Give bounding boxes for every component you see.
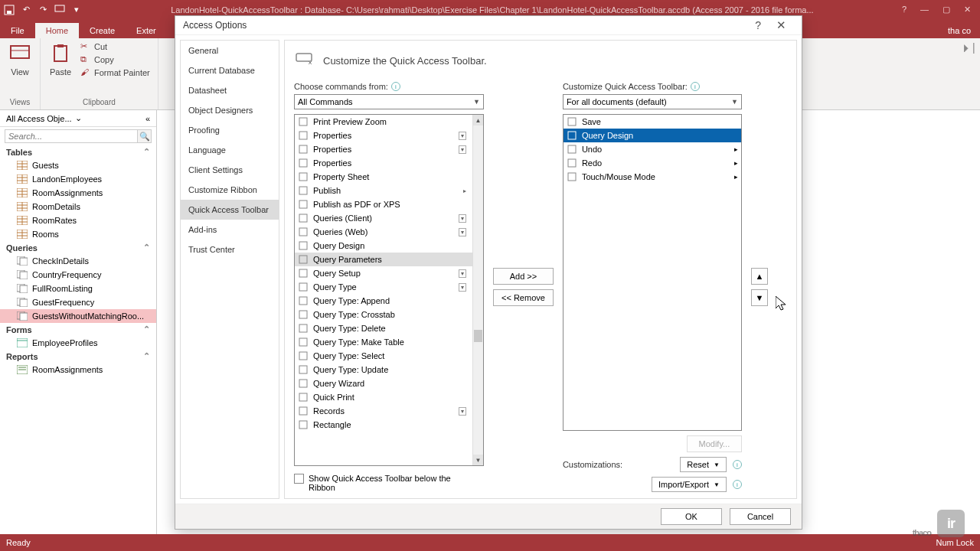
command-item[interactable]: Query Type: Crosstab [295, 308, 472, 321]
dialog-help-icon[interactable]: ? [747, 19, 769, 31]
import-export-button[interactable]: Import/Export▼ [652, 477, 727, 492]
section-queries[interactable]: Queries⌃ [0, 241, 156, 254]
dialog-close-icon[interactable]: ✕ [769, 18, 794, 32]
tab-create[interactable]: Create [79, 23, 126, 38]
save-icon[interactable] [3, 4, 15, 16]
command-item[interactable]: Query Type: Select [295, 349, 472, 363]
help-icon[interactable]: ? [902, 5, 906, 15]
scroll-up-icon[interactable]: ▲ [473, 115, 483, 126]
search-icon[interactable]: 🔍 [137, 130, 151, 142]
category-item[interactable]: Datasheet [181, 80, 279, 100]
qat-item[interactable]: Touch/Mouse Mode▸ [564, 170, 741, 184]
category-item[interactable]: Add-ins [181, 220, 279, 240]
command-item[interactable]: Query Design [295, 239, 472, 253]
command-item[interactable]: Query Wizard [295, 377, 472, 390]
command-item[interactable]: Query Type: Append [295, 294, 472, 308]
command-item[interactable]: Query Type: Make Table [295, 335, 472, 349]
command-item[interactable]: Records▾ [295, 404, 472, 418]
close-icon[interactable]: ✕ [964, 5, 971, 15]
command-item[interactable]: Publish as PDF or XPS [295, 197, 472, 211]
tab-file[interactable]: File [0, 23, 35, 38]
choose-commands-select[interactable]: All Commands▼ [294, 94, 484, 109]
nav-item[interactable]: CheckInDetails [0, 254, 156, 268]
minimize-icon[interactable]: — [920, 5, 929, 15]
command-item[interactable]: Property Sheet [295, 170, 472, 184]
section-tables[interactable]: Tables⌃ [0, 145, 156, 158]
reset-button[interactable]: Reset▼ [680, 457, 727, 472]
scroll-down-icon[interactable]: ▼ [473, 455, 483, 465]
info-icon[interactable]: i [733, 480, 742, 489]
qat-listbox[interactable]: SaveQuery DesignUndo▸Redo▸Touch/Mouse Mo… [563, 114, 742, 431]
nav-item[interactable]: GuestFrequency [0, 295, 156, 309]
category-item[interactable]: Object Designers [181, 100, 279, 120]
copy-button[interactable]: ⧉Copy [80, 54, 150, 65]
command-item[interactable]: Query Parameters [295, 253, 472, 266]
command-item[interactable]: Print Preview Zoom [295, 115, 472, 129]
account-label[interactable]: tha co [939, 23, 980, 38]
category-item[interactable]: Language [181, 140, 279, 160]
category-item[interactable]: Trust Center [181, 240, 279, 259]
query-design-icon[interactable] [54, 4, 66, 16]
maximize-icon[interactable]: ▢ [942, 5, 950, 15]
qat-item[interactable]: Query Design [564, 129, 741, 142]
qat-dropdown-icon[interactable]: ▾ [70, 4, 83, 16]
qat-item[interactable]: Undo▸ [564, 142, 741, 156]
command-item[interactable]: Properties▾ [295, 129, 472, 142]
nav-item[interactable]: RoomDetails [0, 200, 156, 214]
remove-button[interactable]: << Remove [493, 289, 554, 306]
modify-button[interactable]: Modify... [687, 435, 742, 452]
section-forms[interactable]: Forms⌃ [0, 323, 156, 336]
category-item[interactable]: Client Settings [181, 160, 279, 180]
nav-item[interactable]: RoomAssignments [0, 186, 156, 200]
move-up-button[interactable]: ▲ [751, 268, 768, 285]
qat-item[interactable]: Redo▸ [564, 156, 741, 170]
ok-button[interactable]: OK [661, 508, 722, 525]
tab-external[interactable]: Exter [126, 23, 167, 38]
show-below-checkbox[interactable] [294, 474, 304, 484]
command-item[interactable]: Properties▾ [295, 142, 472, 156]
command-item[interactable]: Rectangle [295, 418, 472, 432]
info-icon[interactable]: i [391, 82, 400, 91]
cancel-button[interactable]: Cancel [730, 508, 791, 525]
command-item[interactable]: Query Type▾ [295, 280, 472, 294]
command-item[interactable]: Queries (Web)▾ [295, 225, 472, 239]
format-painter-button[interactable]: 🖌Format Painter [80, 67, 150, 78]
scroll-thumb[interactable] [474, 330, 482, 342]
section-reports[interactable]: Reports⌃ [0, 350, 156, 363]
command-item[interactable]: Query Type: Update [295, 363, 472, 377]
collapse-ribbon-icon[interactable]: ⏵| [962, 41, 972, 52]
collapse-nav-icon[interactable]: « [145, 114, 150, 123]
view-button[interactable]: View [8, 41, 32, 77]
category-item[interactable]: Proofing [181, 120, 279, 140]
command-item[interactable]: Quick Print [295, 390, 472, 404]
nav-item[interactable]: RoomRates [0, 214, 156, 227]
add-button[interactable]: Add >> [493, 268, 554, 285]
nav-item[interactable]: CountryFrequency [0, 268, 156, 282]
nav-item[interactable]: FullRoomListing [0, 282, 156, 295]
nav-item[interactable]: Guests [0, 158, 156, 172]
category-item[interactable]: Current Database [181, 60, 279, 80]
nav-item[interactable]: RoomAssignments [0, 363, 156, 377]
info-icon[interactable]: i [691, 82, 700, 91]
command-item[interactable]: Query Setup▾ [295, 266, 472, 280]
category-item[interactable]: Quick Access Toolbar [181, 200, 279, 220]
category-item[interactable]: Customize Ribbon [181, 180, 279, 200]
info-icon[interactable]: i [733, 460, 742, 469]
nav-item[interactable]: Rooms [0, 227, 156, 241]
scrollbar[interactable]: ▲ ▼ [472, 115, 483, 465]
search-input[interactable] [5, 130, 137, 142]
tab-home[interactable]: Home [35, 23, 79, 38]
command-item[interactable]: Queries (Client)▾ [295, 211, 472, 225]
nav-item[interactable]: GuestsWithoutMatchingRoo... [0, 309, 156, 323]
nav-item[interactable]: LandonEmployees [0, 172, 156, 186]
undo-icon[interactable]: ↶ [20, 4, 32, 16]
commands-listbox[interactable]: Print Preview ZoomProperties▾Properties▾… [294, 114, 484, 466]
nav-header[interactable]: All Access Obje... ⌄ « [0, 110, 156, 127]
move-down-button[interactable]: ▼ [751, 289, 768, 306]
command-item[interactable]: Query Type: Delete [295, 321, 472, 335]
cut-button[interactable]: ✂Cut [80, 41, 150, 52]
command-item[interactable]: Properties [295, 156, 472, 170]
nav-search[interactable]: 🔍 [5, 129, 152, 143]
command-item[interactable]: Publish▸ [295, 184, 472, 197]
qat-item[interactable]: Save [564, 115, 741, 129]
